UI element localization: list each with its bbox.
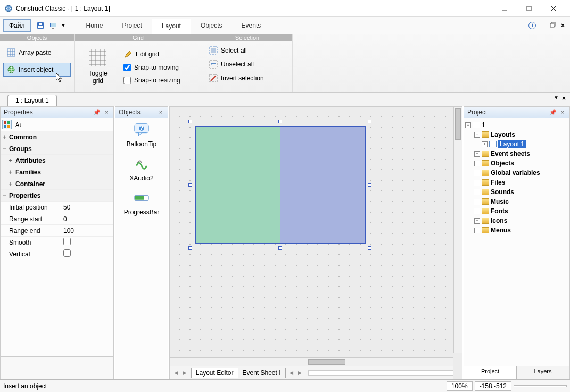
snap-to-resizing-checkbox[interactable]: Snap-to resizing bbox=[121, 75, 183, 86]
prop-cat-common[interactable]: +Common bbox=[1, 131, 113, 143]
resize-handle-w[interactable] bbox=[188, 183, 192, 187]
tree-menus[interactable]: +Menus bbox=[465, 226, 568, 235]
ribbon-group-objects-label: Objects bbox=[0, 34, 74, 41]
vertical-scrollbar[interactable] bbox=[453, 107, 462, 353]
tab-events[interactable]: Events bbox=[232, 19, 271, 32]
snap-resizing-input[interactable] bbox=[123, 77, 131, 84]
prop-cat-container[interactable]: +Container bbox=[1, 178, 113, 190]
categorize-icon[interactable] bbox=[2, 120, 12, 129]
prop-cat-families[interactable]: +Families bbox=[1, 166, 113, 178]
prop-cat-attributes[interactable]: +Attributes bbox=[1, 155, 113, 166]
snap-moving-input[interactable] bbox=[123, 64, 131, 71]
svg-rect-12 bbox=[550, 23, 554, 27]
toggle-grid-button[interactable]: Toggle grid bbox=[79, 47, 117, 87]
tree-sounds[interactable]: Sounds bbox=[465, 187, 568, 197]
qat-dropdown-icon[interactable]: ▾ bbox=[62, 21, 66, 30]
object-item-xaudio2[interactable]: XAudio2 bbox=[120, 155, 163, 182]
insert-object-button[interactable]: Insert object bbox=[3, 63, 71, 77]
resize-handle-e[interactable] bbox=[368, 183, 371, 187]
ribbon-group-selection-label: Selection bbox=[202, 34, 292, 41]
project-tab-layers[interactable]: Layers bbox=[517, 366, 569, 379]
project-tree: −1 −Layouts +Layout 1 +Event sheets +Obj… bbox=[464, 118, 569, 366]
tree-layout1[interactable]: +Layout 1 bbox=[465, 139, 568, 149]
close-button[interactable] bbox=[541, 0, 566, 17]
close-icon[interactable]: × bbox=[559, 109, 566, 116]
tab-project[interactable]: Project bbox=[113, 19, 152, 32]
project-tab-project[interactable]: Project bbox=[464, 366, 517, 379]
object-item-progressbar[interactable]: ProgressBar bbox=[120, 189, 163, 216]
help-icon[interactable]: i bbox=[528, 22, 536, 29]
tab-layout[interactable]: Layout bbox=[152, 19, 191, 34]
pin-icon[interactable]: 📌 bbox=[93, 109, 101, 116]
tree-globals[interactable]: Global variables bbox=[465, 168, 568, 178]
tree-fonts[interactable]: Fonts bbox=[465, 206, 568, 216]
resize-handle-ne[interactable] bbox=[368, 120, 371, 123]
prop-smooth[interactable]: Smooth bbox=[1, 237, 113, 248]
tree-icons[interactable]: +Icons bbox=[465, 216, 568, 226]
progressbar-icon bbox=[133, 189, 150, 206]
resize-handle-s[interactable] bbox=[278, 246, 282, 250]
select-all-button[interactable]: Select all bbox=[206, 45, 288, 56]
resize-handle-sw[interactable] bbox=[188, 246, 192, 250]
minimize-button[interactable] bbox=[492, 0, 517, 17]
layout-canvas[interactable]: ◄ ► Layout Editor Event Sheet I ◄ ► bbox=[169, 106, 462, 379]
sort-az-icon[interactable]: A↓ bbox=[14, 120, 23, 129]
prop-range-start[interactable]: Range start0 bbox=[1, 213, 113, 225]
tab-nav-icon[interactable]: ◄ bbox=[288, 369, 295, 377]
canvas-tab-event-sheet[interactable]: Event Sheet I bbox=[238, 368, 286, 378]
status-zoom[interactable]: 100% bbox=[447, 381, 473, 391]
tab-nav-icon[interactable]: ► bbox=[296, 369, 303, 377]
tab-home[interactable]: Home bbox=[77, 19, 113, 32]
edit-grid-button[interactable]: Edit grid bbox=[121, 48, 183, 60]
resize-handle-se[interactable] bbox=[368, 246, 371, 250]
smooth-checkbox[interactable] bbox=[63, 238, 71, 245]
properties-panel-title: Properties bbox=[4, 109, 91, 116]
prop-vertical[interactable]: Vertical bbox=[1, 248, 113, 260]
prop-cat-groups[interactable]: −Groups bbox=[1, 143, 113, 155]
close-icon[interactable]: × bbox=[103, 109, 110, 116]
mdi-restore-icon[interactable] bbox=[550, 22, 556, 29]
selected-object[interactable] bbox=[195, 126, 366, 244]
object-item-balloontip[interactable]: ? BalloonTip bbox=[120, 121, 163, 148]
status-empty-cell bbox=[514, 385, 567, 387]
canvas-hscroll-track[interactable] bbox=[308, 370, 453, 376]
mdi-minimize-icon[interactable]: – bbox=[541, 22, 545, 29]
prop-initial-position[interactable]: Initial position50 bbox=[1, 202, 113, 213]
folder-icon bbox=[482, 218, 489, 224]
svg-rect-6 bbox=[38, 26, 43, 28]
tree-layouts[interactable]: −Layouts bbox=[465, 130, 568, 139]
unselect-all-label: Unselect all bbox=[221, 61, 254, 68]
pin-icon[interactable]: 📌 bbox=[549, 109, 557, 116]
tab-nav-icon[interactable]: ◄ bbox=[173, 369, 179, 377]
file-menu-button[interactable]: Файл bbox=[3, 19, 31, 32]
document-tab[interactable]: 1 : Layout 1 bbox=[7, 95, 57, 106]
resize-handle-n[interactable] bbox=[278, 120, 282, 123]
vertical-checkbox[interactable] bbox=[63, 249, 71, 257]
array-paste-label: Array paste bbox=[19, 49, 51, 56]
tab-options-icon[interactable]: ▼ bbox=[554, 95, 559, 102]
prop-range-end[interactable]: Range end100 bbox=[1, 225, 113, 237]
snap-to-moving-checkbox[interactable]: Snap-to moving bbox=[121, 62, 183, 73]
array-paste-button[interactable]: Array paste bbox=[3, 46, 71, 60]
tree-objects[interactable]: +Objects bbox=[465, 159, 568, 168]
resize-handle-nw[interactable] bbox=[188, 120, 192, 123]
tree-files[interactable]: Files bbox=[465, 178, 568, 187]
folder-icon bbox=[482, 189, 489, 195]
close-icon[interactable]: × bbox=[157, 109, 164, 116]
maximize-button[interactable] bbox=[517, 0, 541, 17]
save-icon[interactable] bbox=[36, 21, 45, 30]
tree-music[interactable]: Music bbox=[465, 197, 568, 206]
horizontal-scrollbar[interactable] bbox=[170, 357, 453, 366]
tab-nav-icon[interactable]: ► bbox=[181, 369, 188, 377]
tree-root[interactable]: −1 bbox=[465, 120, 568, 130]
invert-selection-button[interactable]: Invert selection bbox=[206, 72, 288, 84]
canvas-tab-layout-editor[interactable]: Layout Editor bbox=[191, 368, 238, 378]
unselect-all-button[interactable]: Unselect all bbox=[206, 59, 288, 70]
tab-close-icon[interactable]: × bbox=[562, 95, 566, 102]
mdi-close-icon[interactable]: × bbox=[561, 22, 565, 29]
monitor-icon[interactable] bbox=[49, 21, 57, 30]
project-panel: Project 📌 × −1 −Layouts +Layout 1 +Event… bbox=[464, 106, 570, 379]
prop-cat-properties[interactable]: −Properties bbox=[1, 190, 113, 202]
tab-objects[interactable]: Objects bbox=[191, 19, 232, 32]
tree-event-sheets[interactable]: +Event sheets bbox=[465, 149, 568, 159]
